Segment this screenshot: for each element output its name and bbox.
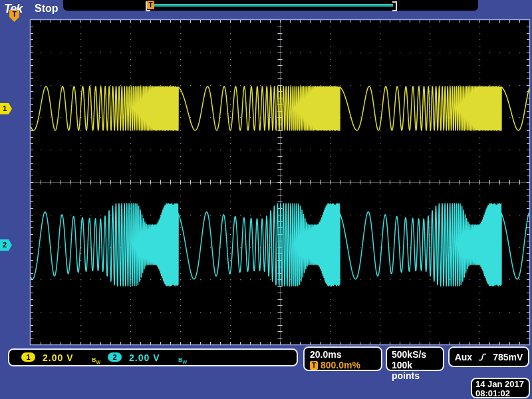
trigger-position-value: 800.0m% bbox=[321, 360, 360, 370]
horizontal-readout-box[interactable]: 20.0ms T 800.0m% bbox=[303, 346, 382, 371]
oscilloscope-screen: Tek Stop T T 1 2 1 2.00 V BW 2 2.00 V BW… bbox=[0, 0, 532, 399]
ch2-bw-sub: W bbox=[183, 360, 188, 364]
ch1-scale-readout: 2.00 V bbox=[43, 352, 73, 363]
record-trigger-icon: T bbox=[147, 1, 154, 9]
bracket-right-icon bbox=[392, 1, 397, 11]
trigger-source-readout: Aux bbox=[455, 352, 472, 362]
record-window-indicator bbox=[150, 4, 393, 7]
ch2-bandwidth-icon: BW bbox=[178, 352, 187, 364]
rising-edge-icon bbox=[478, 352, 487, 362]
date-readout: 14 Jan 2017 bbox=[475, 380, 525, 389]
horizontal-scale-readout: 20.0ms bbox=[310, 349, 376, 360]
trigger-position-readout: T 800.0m% bbox=[310, 360, 376, 370]
acquisition-readout-box[interactable]: 500kS/s 100k points bbox=[386, 346, 444, 371]
trigger-position-badge-icon: T bbox=[310, 361, 318, 370]
record-view-bar[interactable]: T bbox=[63, 0, 478, 11]
sample-rate-readout: 500kS/s bbox=[392, 349, 438, 360]
ch1-bw-sub: W bbox=[96, 360, 101, 364]
ch1-badge[interactable]: 1 bbox=[21, 352, 35, 362]
trigger-readout-box[interactable]: Aux 785mV bbox=[448, 346, 529, 367]
acquisition-status-label: Stop bbox=[35, 3, 59, 15]
record-length-readout: 100k points bbox=[392, 360, 438, 381]
ch2-badge[interactable]: 2 bbox=[108, 352, 122, 362]
waveform-display bbox=[0, 0, 532, 399]
trigger-level-readout: 785mV bbox=[493, 352, 523, 362]
datetime-box: 14 Jan 2017 08:01:02 bbox=[471, 378, 530, 398]
ch2-scale-readout: 2.00 V bbox=[129, 352, 160, 363]
channel-readout-box[interactable]: 1 2.00 V BW 2 2.00 V BW bbox=[8, 348, 298, 366]
time-readout: 08:01:02 bbox=[475, 389, 525, 398]
ch1-bandwidth-icon: BW bbox=[92, 352, 100, 364]
